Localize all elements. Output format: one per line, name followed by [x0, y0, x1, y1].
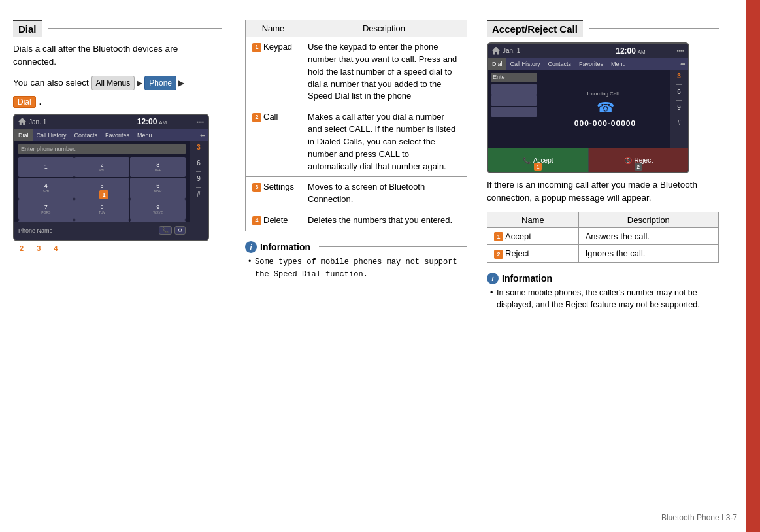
ar-phone-nav: Dial Call History Contacts Favorites Men… [488, 58, 688, 70]
arrow-icon-2: ▶ [178, 77, 184, 89]
features-table: Name Description 1Keypad Use the keypad … [245, 20, 467, 231]
reject-desc: Ignores the call. [578, 245, 718, 263]
badge-2-call: 2 [252, 113, 261, 122]
footer-text: Bluetooth Phone I 3-7 [661, 513, 737, 522]
dial-badge[interactable]: Dial [13, 96, 36, 108]
info-box-right: i Information In some mobile phones, the… [487, 273, 719, 312]
ar-date-display: Jan. 1 [503, 47, 520, 54]
ar-nav-contacts[interactable]: Contacts [544, 58, 576, 70]
ar-incoming-area: Incoming Call... ☎ 000-000-00000 [540, 70, 670, 148]
phone-header: Jan. 1 12:00 AM ▪▪▪▪ [14, 115, 208, 129]
key-4[interactable]: 4GHI [18, 178, 74, 199]
table-row: 2Reject Ignores the call. [487, 245, 719, 263]
accept-reject-section: Accept/Reject Call Jan. 1 12:00 AM ▪▪▪▪ [477, 20, 719, 519]
nav-dial[interactable]: Dial [14, 129, 33, 141]
nav-call-history[interactable]: Call History [33, 129, 71, 141]
keypad-desc: Use the keypad to enter the phone number… [301, 37, 467, 107]
accept-desc: Answers the call. [578, 227, 718, 245]
accept-button[interactable]: 📞 Accept 1 [488, 148, 589, 172]
info-title-middle: i Information [245, 241, 467, 253]
phone-screen-dial: Jan. 1 12:00 AM ▪▪▪▪ Dial Call History C… [13, 114, 209, 241]
info-title-right: i Information [487, 273, 719, 284]
am-display: AM [159, 120, 167, 125]
signal-icon: ▪▪▪▪ [197, 119, 204, 125]
key-7[interactable]: 7PQRS [18, 199, 74, 220]
settings-btn[interactable]: ⚙ [174, 226, 186, 235]
ar-phone-header: Jan. 1 12:00 AM ▪▪▪▪ [488, 44, 688, 58]
info-icon: i [245, 241, 257, 253]
info-icon-right: i [487, 273, 499, 284]
ar-home-icon [492, 47, 500, 55]
all-menus-badge[interactable]: All Menus [91, 76, 135, 90]
nav-favorites[interactable]: Favorites [101, 129, 133, 141]
home-icon [18, 118, 26, 125]
ar-input-partial: Ente [491, 73, 537, 82]
badge-4-delete: 4 [252, 216, 261, 225]
reject-badge: 2 [635, 163, 642, 171]
ar-nav-menu[interactable]: Menu [607, 58, 630, 70]
ar-phone-number: 000-000-00000 [574, 119, 636, 128]
ar-col-name-header: Name [487, 212, 579, 227]
ar-incoming-label: Incoming Call... [587, 91, 623, 97]
ar-back-icon: ⬅ [680, 61, 688, 67]
table-row: 2Call Makes a call after you dial a numb… [246, 107, 467, 177]
phone-badge[interactable]: Phone [144, 76, 176, 90]
badge-1-accept: 1 [494, 232, 503, 241]
badge-2-reject: 2 [494, 250, 503, 259]
dial-title: Dial [13, 20, 42, 37]
back-icon: ⬅ [200, 132, 208, 139]
accept-reject-bar: 📞 Accept 1 📵 Reject 2 [488, 148, 688, 172]
ar-col-desc-header: Description [578, 212, 718, 227]
reject-name: 2Reject [487, 245, 579, 263]
accept-reject-table: Name Description 1Accept Answers the cal… [487, 212, 719, 263]
keypad-name: 1Keypad [246, 37, 301, 107]
key-3[interactable]: 3DEF [130, 157, 186, 178]
badge-1: 1 [99, 190, 108, 199]
phone-input-box[interactable]: Enter phone number. [18, 144, 186, 154]
phone-bottom-bar: Phone Name 📞 ⚙ [14, 222, 190, 240]
col-desc-header: Description [301, 20, 467, 37]
call-name: 2Call [246, 107, 301, 177]
ar-nav-call-history[interactable]: Call History [506, 58, 544, 70]
settings-desc: Moves to a screen of Bluetooth Connectio… [301, 177, 467, 210]
middle-section: Name Description 1Keypad Use the keypad … [235, 20, 477, 519]
info-bullet-middle: Some types of mobile phones may not supp… [245, 256, 467, 280]
accept-name: 1Accept [487, 227, 579, 245]
dial-section: Dial Dials a call after the Bluetooth de… [13, 20, 235, 519]
dial-header: Dial [13, 20, 222, 37]
menu-path: All Menus ▶ Phone ▶ [91, 76, 184, 90]
nav-contacts[interactable]: Contacts [71, 129, 102, 141]
key-9[interactable]: 9WXYZ [130, 199, 186, 220]
key-2[interactable]: 2ABC [74, 157, 130, 178]
key-6[interactable]: 6MNO [130, 178, 186, 199]
accept-badge: 1 [534, 163, 542, 171]
delete-desc: Deletes the numbers that you entered. [301, 210, 467, 231]
phone-labels: 2 3 4 [13, 244, 222, 252]
ar-signal-icon: ▪▪▪▪ [677, 48, 684, 54]
date-display: Jan. 1 [29, 118, 46, 125]
arrow-icon: ▶ [137, 77, 142, 89]
settings-name: 3Settings [246, 177, 301, 210]
delete-name: 4Delete [246, 210, 301, 231]
ar-nav-favorites[interactable]: Favorites [575, 58, 607, 70]
bluetooth-icon: ☎ [597, 99, 614, 116]
nav-menu[interactable]: Menu [133, 129, 156, 141]
ar-left-panel: Ente [488, 70, 540, 148]
info-bullet-right: In some mobile phones, the caller's numb… [487, 287, 719, 312]
call-btn[interactable]: 📞 [159, 226, 172, 235]
accept-reject-desc: If there is an incoming call after you m… [487, 178, 719, 205]
info-box-middle: i Information Some types of mobile phone… [245, 241, 467, 280]
col-name-header: Name [246, 20, 301, 37]
accept-reject-header: Accept/Reject Call [487, 20, 719, 37]
phone-right-panel: 3 — 6 — 9 — # [190, 141, 208, 240]
key-8[interactable]: 8TUV [74, 199, 130, 220]
ar-nav-dial[interactable]: Dial [488, 58, 506, 70]
phone-nav: Dial Call History Contacts Favorites Men… [14, 129, 208, 141]
call-desc: Makes a call after you dial a number and… [301, 107, 467, 177]
ar-time-display: 12:00 [616, 46, 636, 56]
reject-button[interactable]: 📵 Reject 2 [589, 148, 689, 172]
time-display: 12:00 [137, 117, 157, 126]
table-row: 1Keypad Use the keypad to enter the phon… [246, 37, 467, 107]
key-1[interactable]: 1 [18, 157, 74, 178]
ar-right-panel: 3 — 6 — 9 — # [670, 70, 688, 148]
